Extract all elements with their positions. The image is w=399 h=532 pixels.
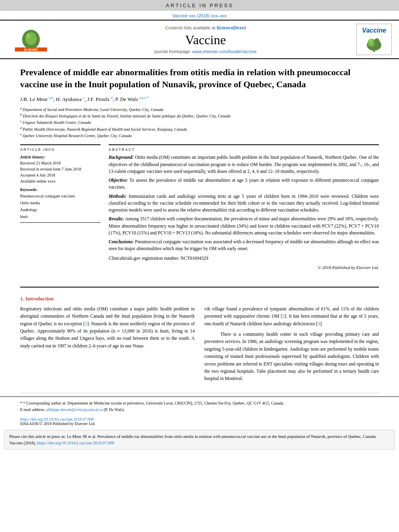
svg-rect-10 xyxy=(373,49,375,52)
article-content: Prevalence of middle ear abnormalities f… xyxy=(0,59,399,283)
svg-point-11 xyxy=(369,39,372,43)
email-label: E-mail address: xyxy=(20,407,45,412)
ref-2[interactable]: 2 xyxy=(282,314,285,318)
intro-col-right: vik village found a prevalence of tympan… xyxy=(204,305,379,386)
intro-para-2: vik village found a prevalence of tympan… xyxy=(204,305,379,327)
svg-point-3 xyxy=(25,32,37,45)
affiliation-c: c Ungava Tulattavik Health Centre, Canad… xyxy=(20,119,379,125)
received1: Received 21 March 2018 xyxy=(20,160,101,166)
svg-text:ELSEVIER: ELSEVIER xyxy=(24,48,38,51)
conclusions-label: Conclusions: xyxy=(109,239,134,244)
corresponding-author: * * Corresponding author at: Département… xyxy=(20,400,379,407)
section-num: 1. xyxy=(20,296,24,302)
intro-para-1: Respiratory infections and otitis media … xyxy=(20,305,195,349)
affiliation-e: e Quebec University Hospital Research Ce… xyxy=(20,132,379,139)
copyright-line: 0264-410X/© 2018 Published by Elsevier L… xyxy=(20,421,379,426)
abstract-methods: Methods: Immunization cards and audiolog… xyxy=(109,193,379,214)
methods-text: Immunization cards and audiology screeni… xyxy=(109,194,379,213)
abstract-background: Background: Otitis media (OM) constitute… xyxy=(109,154,379,175)
objective-text: To assess the prevalence of middle ear a… xyxy=(109,178,379,189)
article-info-header: ARTICLE INFO xyxy=(20,148,101,152)
abstract-copyright: © 2018 Published by Elsevier Ltd. xyxy=(109,265,379,270)
sciencedirect-line: Contents lists available at ScienceDirec… xyxy=(65,25,346,30)
email-address[interactable]: philippe.dewals@criucpq.ulaval.ca xyxy=(46,407,103,412)
introduction-two-col: Respiratory infections and otitis media … xyxy=(20,305,379,386)
journal-homepage: journal homepage: www.elsevier.com/locat… xyxy=(65,49,346,54)
conclusions-text: Pneumococcal conjugate vaccination was a… xyxy=(109,239,379,251)
doi-link[interactable]: https://doi.org/10.1016/j.vaccine.2018.0… xyxy=(20,417,94,421)
results-text: Among 3517 children with complete docume… xyxy=(109,216,379,235)
footnote-area: * * Corresponding author at: Département… xyxy=(0,396,399,415)
ref-1[interactable]: 1 xyxy=(85,321,87,326)
background-text: Otitis media (OM) constitutes an importa… xyxy=(109,155,379,174)
email-note: (P. De Wals). xyxy=(104,407,125,412)
corresponding-star: * xyxy=(20,401,23,405)
elsevier-logo-area: ELSEVIER xyxy=(5,27,57,51)
article-in-press-banner: ARTICLE IN PRESS xyxy=(0,0,399,11)
abstract-header: ABSTRACT xyxy=(109,148,379,152)
journal-ref-line: Vaccine xxx (2018) xxx–xxx xyxy=(0,11,399,20)
svg-point-9 xyxy=(374,38,380,45)
keyword-3: Audiology xyxy=(20,206,101,213)
doi-link-line: https://doi.org/10.1016/j.vaccine.2018.0… xyxy=(20,417,379,421)
journal-title: Vaccine xyxy=(65,33,346,47)
accepted: Accepted 4 July 2018 xyxy=(20,172,101,178)
homepage-label: journal homepage: xyxy=(154,49,191,54)
abstract-text: Background: Otitis media (OM) constitute… xyxy=(109,154,379,262)
contents-text: Contents lists available at xyxy=(165,25,216,30)
keyword-4: Inuit xyxy=(20,213,101,220)
clinicaltrials-line: Clinicaltrials.gov registration number: … xyxy=(109,255,379,262)
revised: Received in revised form 7 June 2018 xyxy=(20,166,101,172)
introduction-title: 1. Introduction xyxy=(20,296,379,302)
abstract-column: ABSTRACT Background: Otitis media (OM) c… xyxy=(109,144,379,272)
email-line: E-mail address: philippe.dewals@criucpq.… xyxy=(20,407,379,413)
citation-box: Please cite this article in press as: Le… xyxy=(4,430,395,450)
authors-line: J.B. Le Meur a,b, H. Ayukawa c, J.F. Pro… xyxy=(20,96,379,103)
article-title: Prevalence of middle ear abnormalities f… xyxy=(20,66,379,90)
keyword-1: Pneumococcal conjugate vaccines xyxy=(20,193,101,199)
vaccine-logo-area: Vaccine xyxy=(354,24,394,55)
info-abstract-section: ARTICLE INFO Article history: Received 2… xyxy=(20,144,379,272)
elsevier-logo: ELSEVIER xyxy=(15,27,47,51)
page: ARTICLE IN PRESS Vaccine xxx (2018) xxx–… xyxy=(0,0,399,532)
affiliation-a: a Department of Social and Preventive Me… xyxy=(20,106,379,113)
elsevier-tree-icon: ELSEVIER xyxy=(15,27,47,51)
abstract-box: ABSTRACT Background: Otitis media (OM) c… xyxy=(109,144,379,272)
citation-doi-link[interactable]: https://doi.org/10.1016/j.vaccine.2018.0… xyxy=(37,441,114,445)
sciencedirect-link[interactable]: ScienceDirect xyxy=(217,25,246,30)
background-label: Background: xyxy=(109,155,134,160)
objective-label: Objective: xyxy=(109,178,128,183)
doi-area: https://doi.org/10.1016/j.vaccine.2018.0… xyxy=(0,415,399,427)
intro-col-left: Respiratory infections and otitis media … xyxy=(20,305,195,386)
keyword-2: Otitis media xyxy=(20,199,101,206)
keywords-list: Pneumococcal conjugate vaccines Otitis m… xyxy=(20,193,101,220)
homepage-url[interactable]: www.elsevier.com/locate/vaccine xyxy=(192,49,257,54)
methods-label: Methods: xyxy=(109,194,127,199)
svg-point-4 xyxy=(26,34,30,39)
footnote-divider xyxy=(20,393,379,393)
affiliation-b: b Direction des Risques biologiques et d… xyxy=(20,113,379,119)
affiliation-d: d Public Health Directorate, Nunavik Reg… xyxy=(20,126,379,132)
corresponding-text: * Corresponding author at: Département d… xyxy=(23,401,284,405)
journal-header: ELSEVIER Contents lists available at Sci… xyxy=(0,20,399,59)
article-info-column: ARTICLE INFO Article history: Received 2… xyxy=(20,144,101,272)
abstract-conclusions: Conclusions: Pneumococcal conjugate vacc… xyxy=(109,238,379,253)
banner-text: ARTICLE IN PRESS xyxy=(166,2,234,8)
results-label: Results: xyxy=(109,216,124,221)
section-divider xyxy=(20,287,379,288)
journal-ref: Vaccine xxx (2018) xxx–xxx xyxy=(173,13,227,18)
ref-3[interactable]: 3 xyxy=(318,321,320,326)
abstract-objective: Objective: To assess the prevalence of m… xyxy=(109,177,379,191)
affiliations: a Department of Social and Preventive Me… xyxy=(20,106,379,139)
vaccine-journal-logo: Vaccine xyxy=(356,24,392,55)
introduction-section: 1. Introduction Respiratory infections a… xyxy=(0,292,399,390)
abstract-results: Results: Among 3517 children with comple… xyxy=(109,216,379,236)
info-content: Received 21 March 2018 Received in revis… xyxy=(20,160,101,184)
intro-para-3: There is a community health center in ea… xyxy=(204,331,379,382)
available: Available online xxxx xyxy=(20,178,101,184)
history-label: Article history: xyxy=(20,155,101,159)
article-info-box: ARTICLE INFO Article history: Received 2… xyxy=(20,144,101,223)
vaccine-logo-text: Vaccine xyxy=(362,27,386,34)
keywords-label: Keywords: xyxy=(20,187,101,192)
section-title-text: Introduction xyxy=(25,296,54,302)
